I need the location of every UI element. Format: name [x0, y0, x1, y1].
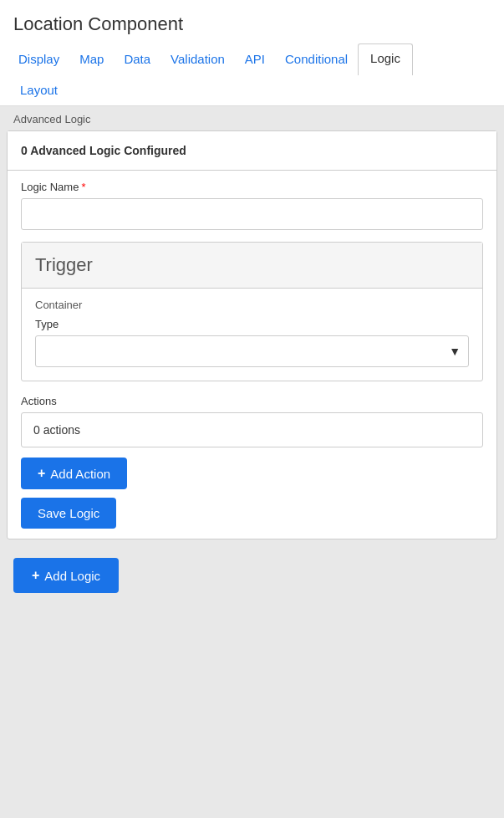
- type-select-wrapper: ▼: [35, 335, 469, 367]
- required-star: *: [81, 181, 85, 193]
- trigger-label: Trigger: [35, 254, 93, 275]
- trigger-box: Trigger Container Type ▼: [21, 242, 483, 381]
- tab-validation[interactable]: Validation: [160, 43, 235, 74]
- add-action-button[interactable]: + Add Action: [21, 458, 127, 489]
- advanced-logic-header: 0 Advanced Logic Configured: [8, 131, 496, 171]
- logic-name-label: Logic Name*: [21, 181, 483, 193]
- page-title: Location Component: [0, 0, 504, 43]
- section-label: Advanced Logic: [0, 106, 504, 130]
- add-logic-label: Add Logic: [44, 569, 100, 583]
- container-label: Container: [35, 299, 469, 311]
- type-select[interactable]: [35, 335, 469, 367]
- tab-display[interactable]: Display: [8, 43, 69, 74]
- tab-data[interactable]: Data: [114, 43, 160, 74]
- logic-name-field: Logic Name*: [21, 181, 483, 230]
- type-label: Type: [35, 318, 469, 330]
- trigger-body: Container Type ▼: [22, 289, 482, 381]
- bottom-bar: + Add Logic: [0, 546, 504, 605]
- plus-icon-logic: +: [32, 568, 39, 583]
- tab-layout[interactable]: Layout: [10, 74, 496, 105]
- tabs-row: Display Map Data Validation API Conditio…: [0, 43, 504, 106]
- tab-api[interactable]: API: [235, 43, 275, 74]
- add-logic-button[interactable]: + Add Logic: [13, 558, 119, 593]
- main-card: 0 Advanced Logic Configured Logic Name* …: [7, 130, 497, 539]
- actions-section: Actions 0 actions + Add Action Save Logi…: [21, 395, 483, 529]
- logic-name-input[interactable]: [21, 198, 483, 230]
- save-logic-button[interactable]: Save Logic: [21, 498, 116, 529]
- tab-map[interactable]: Map: [69, 43, 114, 74]
- trigger-header: Trigger: [22, 243, 482, 289]
- actions-label: Actions: [21, 395, 483, 407]
- plus-icon: +: [38, 466, 45, 481]
- logic-form: Logic Name* Trigger Container Type ▼: [8, 171, 496, 539]
- actions-count: 0 actions: [21, 412, 483, 447]
- add-action-label: Add Action: [50, 467, 110, 481]
- save-logic-label: Save Logic: [38, 506, 99, 520]
- tab-conditional[interactable]: Conditional: [275, 43, 358, 74]
- tab-logic[interactable]: Logic: [358, 43, 413, 75]
